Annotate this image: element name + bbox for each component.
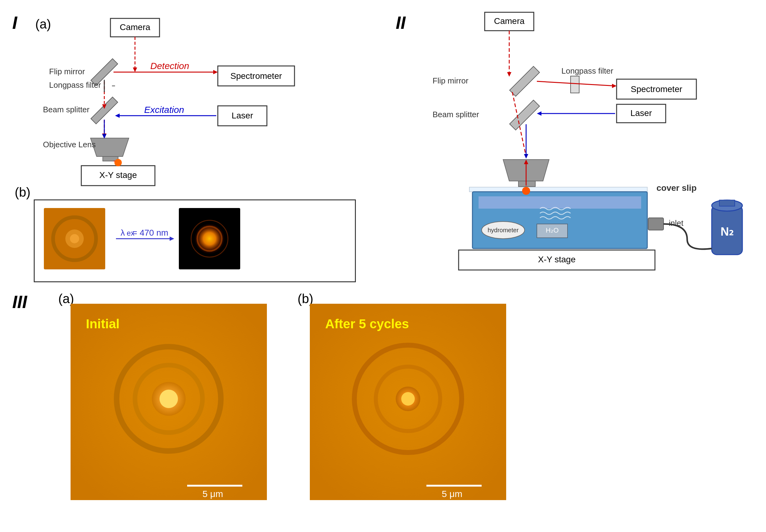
svg-text:hydrometer: hydrometer [487, 227, 518, 233]
svg-text:X-Y stage: X-Y stage [99, 170, 137, 180]
section-I: I (a) Camera Spectrometer Laser X-Y stag… [9, 9, 377, 285]
svg-text:cover slip: cover slip [656, 183, 697, 193]
svg-rect-95 [187, 485, 242, 487]
svg-text:5 μm: 5 μm [442, 489, 462, 499]
svg-text:Flip mirror: Flip mirror [49, 67, 85, 76]
image-III-a: Initial 5 μm [71, 304, 267, 500]
svg-text:Objective Lens: Objective Lens [43, 140, 96, 149]
svg-point-46 [194, 223, 225, 254]
svg-text:Laser: Laser [630, 108, 652, 118]
svg-text:Camera: Camera [120, 22, 150, 32]
section-III: III (a) (b) [9, 288, 755, 525]
svg-text:Longpass filter: Longpass filter [561, 66, 613, 75]
sub-a-label: (a) [35, 17, 51, 32]
svg-text:Spectrometer: Spectrometer [631, 84, 682, 94]
svg-text:λ: λ [121, 228, 125, 237]
svg-rect-103 [426, 485, 482, 487]
svg-rect-60 [479, 196, 641, 209]
svg-text:H₂O: H₂O [546, 226, 559, 234]
section-II: II Camera Spectrometer Laser [393, 9, 755, 285]
svg-text:= 470 nm: = 470 nm [132, 228, 168, 237]
svg-rect-54 [510, 100, 540, 130]
svg-marker-10 [90, 138, 129, 156]
svg-marker-16 [213, 70, 218, 74]
svg-text:X-Y stage: X-Y stage [538, 255, 575, 264]
image-III-b-svg: After 5 cycles 5 μm [310, 304, 506, 500]
image-III-b: After 5 cycles 5 μm [310, 304, 506, 500]
svg-text:Initial: Initial [86, 317, 120, 331]
image-III-a-svg: Initial 5 μm [71, 304, 267, 500]
svg-marker-84 [612, 84, 617, 88]
svg-text:Camera: Camera [494, 16, 525, 26]
svg-rect-58 [469, 187, 647, 192]
svg-text:Laser: Laser [232, 111, 253, 120]
section-I-label: I [12, 12, 17, 33]
svg-rect-55 [571, 76, 579, 93]
svg-rect-53 [510, 66, 540, 96]
diagram-ib: (b) λ ex = 470 nm [34, 199, 356, 282]
svg-point-37 [70, 234, 79, 243]
svg-text:Longpass filter: Longpass filter [49, 80, 101, 90]
svg-text:Beam splitter: Beam splitter [43, 105, 90, 114]
svg-marker-14 [133, 67, 137, 72]
svg-text:N₂: N₂ [721, 225, 733, 238]
section-III-label: III [12, 291, 27, 312]
svg-text:Flip mirror: Flip mirror [433, 76, 468, 85]
svg-rect-57 [518, 181, 535, 187]
svg-text:Detection: Detection [150, 61, 189, 71]
svg-text:After 5 cycles: After 5 cycles [325, 317, 409, 331]
svg-point-61 [522, 187, 530, 195]
diagram-ii-svg: Camera Spectrometer Laser [393, 9, 755, 285]
svg-marker-80 [537, 111, 541, 116]
diagram-ia: (a) Camera Spectrometer Laser X-Y stage [34, 15, 371, 196]
svg-marker-75 [507, 72, 511, 77]
svg-point-12 [114, 159, 122, 166]
sub-b-label: (b) [15, 185, 30, 200]
svg-rect-68 [648, 218, 664, 230]
svg-marker-82 [524, 154, 528, 159]
diagram-ia-svg: Camera Spectrometer Laser X-Y stage [34, 15, 371, 193]
svg-text:Spectrometer: Spectrometer [230, 71, 282, 81]
svg-point-101 [401, 392, 415, 406]
svg-point-93 [160, 390, 178, 408]
svg-marker-39 [170, 237, 174, 241]
svg-marker-24 [115, 114, 120, 118]
svg-text:Excitation: Excitation [144, 105, 184, 115]
svg-text:Beam splitter: Beam splitter [433, 110, 479, 119]
svg-rect-72 [719, 200, 735, 206]
svg-text:5 μm: 5 μm [202, 489, 223, 499]
diagram-ib-svg: λ ex = 470 nm [35, 200, 357, 283]
